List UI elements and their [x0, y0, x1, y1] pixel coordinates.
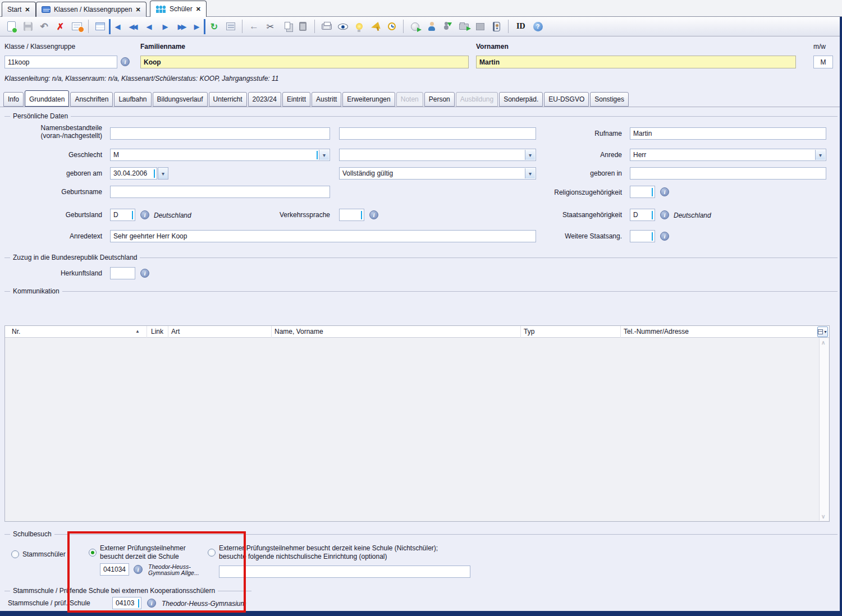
- namensbestandteile-field-1[interactable]: [110, 127, 330, 140]
- nav-next-fast-icon[interactable]: ▶▶: [174, 19, 189, 34]
- edit-form-icon[interactable]: [69, 19, 84, 34]
- column-header-link[interactable]: Link: [151, 328, 163, 335]
- date-picker-button[interactable]: ▾: [158, 167, 168, 180]
- tab-sonstiges[interactable]: Sonstiges: [590, 92, 629, 107]
- namensbestandteile-field-2[interactable]: [339, 127, 536, 140]
- column-header-art[interactable]: Art: [171, 328, 180, 335]
- datasheet-icon[interactable]: [93, 19, 108, 34]
- table-scrollbar[interactable]: ∧ ∨: [819, 338, 829, 521]
- tab-grunddaten[interactable]: Grunddaten: [25, 90, 69, 107]
- cut-icon[interactable]: ✂: [263, 19, 278, 34]
- geburtsland-field[interactable]: D: [110, 209, 135, 221]
- tab-austritt[interactable]: Austritt: [312, 92, 341, 107]
- close-icon[interactable]: ✕: [196, 6, 201, 13]
- kommunikation-table: Nr. ▲ Link Art Name, Vorname Typ Tel.-Nu…: [4, 325, 830, 522]
- tab-eintritt[interactable]: Eintritt: [282, 92, 310, 107]
- undo-icon[interactable]: ↶: [36, 19, 52, 34]
- column-header-name-vorname[interactable]: Name, Vorname: [274, 328, 323, 335]
- student-icon[interactable]: [424, 19, 439, 34]
- geschlecht-combo[interactable]: M ▾: [110, 149, 330, 161]
- anrede-combo[interactable]: Herr ▾: [630, 149, 826, 161]
- hint-lightbulb-icon[interactable]: [351, 19, 367, 34]
- einrichtung-field[interactable]: [219, 566, 470, 578]
- info-icon[interactable]: i: [369, 210, 378, 219]
- archive-box-icon[interactable]: [473, 19, 488, 34]
- nav-first-icon[interactable]: ◀: [109, 19, 124, 34]
- column-picker-button[interactable]: ▼: [817, 327, 828, 337]
- verkehrssprache-field[interactable]: [339, 209, 364, 221]
- familienname-field[interactable]: Koop: [140, 56, 469, 68]
- rufname-field[interactable]: Martin: [630, 127, 826, 140]
- refresh-icon[interactable]: ↻: [207, 19, 222, 34]
- klasse-field[interactable]: 11koop: [4, 56, 117, 68]
- help-icon[interactable]: ?: [530, 19, 546, 34]
- gueltigkeit-combo[interactable]: Vollständig gültig ▾: [339, 167, 536, 180]
- list-view-icon[interactable]: [223, 19, 238, 34]
- copy-icon[interactable]: [279, 19, 294, 34]
- reminder-clock-icon[interactable]: [384, 19, 399, 34]
- window-tab-klassen[interactable]: Klassen / Klassengruppen ✕: [36, 2, 147, 17]
- radio-stammschueler[interactable]: [11, 550, 19, 558]
- info-icon[interactable]: i: [660, 232, 669, 241]
- save-icon[interactable]: [20, 19, 35, 34]
- sort-asc-icon[interactable]: ▲: [135, 329, 140, 334]
- staatsangehoerigkeit-field[interactable]: D: [630, 209, 655, 221]
- preview-eye-icon[interactable]: [335, 19, 350, 34]
- geburtsname-field[interactable]: [110, 186, 330, 198]
- tab-erweiterungen[interactable]: Erweiterungen: [342, 92, 395, 107]
- tab-anschriften[interactable]: Anschriften: [70, 92, 113, 107]
- tab-sonderpaed[interactable]: Sonderpäd.: [499, 92, 543, 107]
- back-arrow-icon[interactable]: ←: [246, 19, 262, 34]
- info-icon[interactable]: i: [140, 269, 149, 278]
- info-icon[interactable]: i: [140, 210, 149, 219]
- column-header-tel-adresse[interactable]: Tel.-Nummer/Adresse: [624, 328, 689, 335]
- close-icon[interactable]: ✕: [135, 6, 140, 13]
- info-icon[interactable]: i: [660, 187, 669, 196]
- scroll-up-icon[interactable]: ∧: [821, 339, 825, 346]
- chevron-down-icon[interactable]: ▾: [815, 150, 825, 160]
- import-id-icon[interactable]: [440, 19, 455, 34]
- tab-laufbahn[interactable]: Laufbahn: [114, 92, 151, 107]
- vornamen-field[interactable]: Martin: [476, 56, 796, 68]
- window-tab-schueler[interactable]: Schüler ✕: [150, 1, 207, 17]
- info-icon[interactable]: i: [121, 57, 130, 66]
- window-tab-start[interactable]: Start ✕: [2, 2, 36, 17]
- geboren-am-field[interactable]: 30.04.2006: [110, 167, 157, 180]
- text-caret: [132, 211, 133, 219]
- nav-next-icon[interactable]: ▶: [158, 19, 173, 34]
- religion-field[interactable]: [630, 186, 655, 198]
- chevron-down-icon[interactable]: ▾: [319, 150, 329, 160]
- close-icon[interactable]: ✕: [25, 6, 30, 13]
- scroll-down-icon[interactable]: ∨: [821, 513, 825, 520]
- nav-prev-icon[interactable]: ◀: [141, 19, 157, 34]
- tab-eu-dsgvo[interactable]: EU-DSGVO: [544, 92, 589, 107]
- mw-field[interactable]: M: [813, 56, 833, 68]
- radio-nichtschueler-label[interactable]: Externer Prüfungsteilnehmer besucht derz…: [219, 544, 438, 553]
- export-icon[interactable]: [408, 19, 423, 34]
- new-record-icon[interactable]: [4, 19, 19, 34]
- id-button[interactable]: ID: [512, 22, 530, 31]
- tab-info[interactable]: Info: [3, 92, 24, 107]
- column-header-typ[interactable]: Typ: [524, 328, 534, 335]
- tab-person[interactable]: Person: [424, 92, 455, 107]
- folder-export-icon[interactable]: [456, 19, 472, 34]
- radio-stammschueler-label[interactable]: Stammschüler: [22, 550, 66, 559]
- paste-icon[interactable]: [295, 19, 310, 34]
- column-header-nr[interactable]: Nr.: [12, 328, 20, 335]
- delete-icon[interactable]: ✗: [53, 19, 68, 34]
- nav-prev-fast-icon[interactable]: ◀◀: [125, 19, 140, 34]
- tab-unterricht[interactable]: Unterricht: [209, 92, 247, 107]
- tab-bildungsverlauf[interactable]: Bildungsverlauf: [153, 92, 208, 107]
- announce-horn-icon[interactable]: [368, 19, 383, 34]
- geschlecht-combo-2[interactable]: ▾: [339, 149, 536, 161]
- print-icon[interactable]: [319, 19, 334, 34]
- info-icon[interactable]: i: [660, 210, 669, 219]
- tabbar-baseline: [0, 107, 842, 107]
- weitere-staatsang-field[interactable]: [630, 230, 655, 242]
- addressbook-icon[interactable]: [489, 19, 504, 34]
- herkunftsland-field[interactable]: [110, 267, 135, 279]
- anredetext-field[interactable]: Sehr geehrter Herr Koop: [110, 230, 536, 242]
- tab-schuljahr[interactable]: 2023/24: [248, 92, 281, 107]
- nav-last-icon[interactable]: ▶: [190, 19, 205, 34]
- geboren-in-field[interactable]: [630, 167, 826, 180]
